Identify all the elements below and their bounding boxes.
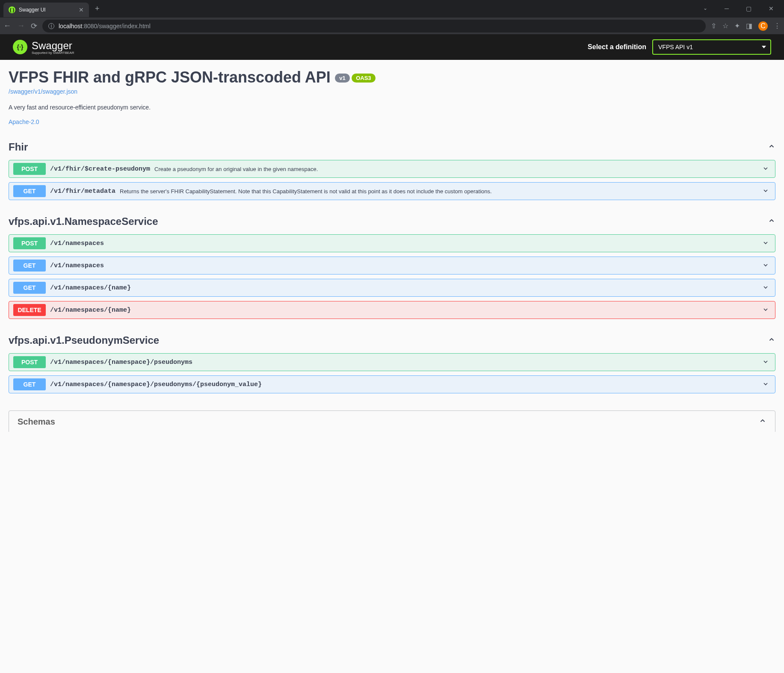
operation-row[interactable]: GET/v1/fhir/metadataReturns the server's…: [9, 182, 775, 200]
tab-favicon-icon: { }: [9, 6, 15, 13]
api-title: VFPS FHIR and gRPC JSON-transcoded API: [9, 68, 331, 86]
definition-label: Select a definition: [588, 43, 646, 51]
url-display: localhost:8080/swagger/index.html: [59, 23, 151, 30]
method-badge: POST: [13, 163, 46, 175]
extensions-icon[interactable]: ✦: [734, 22, 740, 30]
operation-path: /v1/fhir/metadata: [50, 188, 115, 195]
method-badge: POST: [13, 237, 46, 249]
chevron-down-icon[interactable]: [762, 239, 771, 248]
chevron-down-icon[interactable]: [762, 381, 771, 389]
window-controls: ⌄ ─ ▢ ✕: [698, 3, 781, 14]
chevron-down-icon[interactable]: [762, 306, 771, 314]
method-badge: GET: [13, 378, 46, 390]
maximize-button[interactable]: ▢: [741, 3, 757, 14]
tag-section: FhirPOST/v1/fhir/$create-pseudonymCreate…: [9, 139, 775, 200]
chevron-up-icon[interactable]: [768, 336, 775, 345]
tag-section: vfps.api.v1.PseudonymServicePOST/v1/name…: [9, 332, 775, 393]
operation-path: /v1/namespaces/{namespace}/pseudonyms/{p…: [50, 381, 262, 388]
definition-selector: Select a definition VFPS API v1: [588, 39, 771, 55]
site-info-icon[interactable]: i: [48, 23, 54, 29]
method-badge: POST: [13, 356, 46, 368]
operation-path: /v1/namespaces: [50, 262, 104, 269]
chevron-up-icon[interactable]: [759, 417, 766, 427]
tag-name: vfps.api.v1.PseudonymService: [9, 334, 159, 346]
operation-row[interactable]: POST/v1/namespaces/{namespace}/pseudonym…: [9, 353, 775, 371]
nav-buttons: ← → ⟳: [3, 21, 37, 31]
browser-tab[interactable]: { } Swagger UI ✕: [3, 3, 89, 17]
tab-title: Swagger UI: [19, 7, 75, 13]
operation-path: /v1/namespaces/{namespace}/pseudonyms: [50, 359, 192, 366]
tag-name: Fhir: [9, 141, 28, 153]
toolbar-actions: ⇧ ☆ ✦ ◨ C ⋮: [711, 21, 781, 31]
page-viewport[interactable]: {·} Swagger Supported by SMARTBEAR Selec…: [0, 34, 784, 432]
operation-row[interactable]: POST/v1/namespaces: [9, 234, 775, 252]
chevron-down-icon[interactable]: [762, 284, 771, 292]
forward-button[interactable]: →: [17, 21, 25, 30]
swagger-body: VFPS FHIR and gRPC JSON-transcoded API v…: [0, 60, 784, 432]
avatar[interactable]: C: [758, 21, 768, 31]
operation-row[interactable]: GET/v1/namespaces: [9, 257, 775, 275]
tag-header[interactable]: vfps.api.v1.PseudonymService: [9, 332, 775, 349]
chevron-down-icon[interactable]: [762, 262, 771, 270]
operation-path: /v1/fhir/$create-pseudonym: [50, 165, 150, 173]
operation-description: Returns the server's FHIR CapabilityStat…: [120, 188, 758, 195]
tag-header[interactable]: vfps.api.v1.NamespaceService: [9, 213, 775, 230]
swagger-logo: {·} Swagger Supported by SMARTBEAR: [13, 40, 74, 55]
close-window-button[interactable]: ✕: [763, 3, 779, 14]
operation-row[interactable]: GET/v1/namespaces/{name}: [9, 279, 775, 297]
chevron-down-icon[interactable]: [762, 187, 771, 195]
reload-button[interactable]: ⟳: [31, 21, 37, 31]
browser-toolbar: ← → ⟳ i localhost:8080/swagger/index.htm…: [0, 17, 784, 34]
close-tab-icon[interactable]: ✕: [79, 6, 84, 13]
bookmark-icon[interactable]: ☆: [722, 22, 728, 30]
license-link[interactable]: Apache-2.0: [9, 118, 39, 125]
method-badge: GET: [13, 185, 46, 197]
method-badge: GET: [13, 260, 46, 272]
operation-description: Create a pseudonym for an original value…: [154, 166, 758, 172]
logo-subtitle: Supported by SMARTBEAR: [32, 51, 74, 55]
definition-select[interactable]: VFPS API v1: [652, 39, 771, 55]
operation-row[interactable]: GET/v1/namespaces/{namespace}/pseudonyms…: [9, 375, 775, 393]
schemas-title: Schemas: [18, 417, 55, 427]
chevron-up-icon[interactable]: [768, 217, 775, 227]
spec-link[interactable]: /swagger/v1/swagger.json: [9, 88, 77, 95]
method-badge: GET: [13, 282, 46, 294]
new-tab-button[interactable]: +: [91, 4, 104, 13]
chevron-down-icon[interactable]: [762, 165, 771, 173]
logo-text: Swagger: [32, 40, 74, 52]
swagger-logo-icon: {·}: [13, 40, 27, 54]
back-button[interactable]: ←: [3, 21, 11, 30]
tag-name: vfps.api.v1.NamespaceService: [9, 215, 158, 227]
method-badge: DELETE: [13, 304, 46, 316]
tag-header[interactable]: Fhir: [9, 139, 775, 156]
version-badge: v1: [335, 74, 349, 83]
chevron-up-icon[interactable]: [768, 142, 775, 152]
api-heading-row: VFPS FHIR and gRPC JSON-transcoded API v…: [9, 68, 775, 86]
chevron-down-icon[interactable]: [762, 358, 771, 366]
tab-bar: { } Swagger UI ✕ + ⌄ ─ ▢ ✕: [0, 0, 784, 17]
operation-path: /v1/namespaces: [50, 240, 104, 247]
operation-path: /v1/namespaces/{name}: [50, 284, 131, 292]
schemas-section[interactable]: Schemas: [9, 410, 775, 432]
operation-row[interactable]: POST/v1/fhir/$create-pseudonymCreate a p…: [9, 160, 775, 178]
operation-path: /v1/namespaces/{name}: [50, 307, 131, 314]
minimize-button[interactable]: ─: [719, 3, 734, 14]
swagger-header: {·} Swagger Supported by SMARTBEAR Selec…: [0, 34, 784, 60]
tag-section: vfps.api.v1.NamespaceServicePOST/v1/name…: [9, 213, 775, 319]
chevron-down-icon[interactable]: ⌄: [698, 3, 713, 14]
menu-icon[interactable]: ⋮: [774, 22, 781, 30]
share-icon[interactable]: ⇧: [711, 22, 716, 30]
address-bar[interactable]: i localhost:8080/swagger/index.html: [42, 20, 706, 32]
operation-row[interactable]: DELETE/v1/namespaces/{name}: [9, 301, 775, 319]
oas-badge: OAS3: [352, 74, 375, 83]
panel-icon[interactable]: ◨: [746, 22, 752, 30]
browser-chrome: { } Swagger UI ✕ + ⌄ ─ ▢ ✕ ← → ⟳ i local…: [0, 0, 784, 34]
api-description: A very fast and resource-efficient pseud…: [9, 104, 775, 111]
